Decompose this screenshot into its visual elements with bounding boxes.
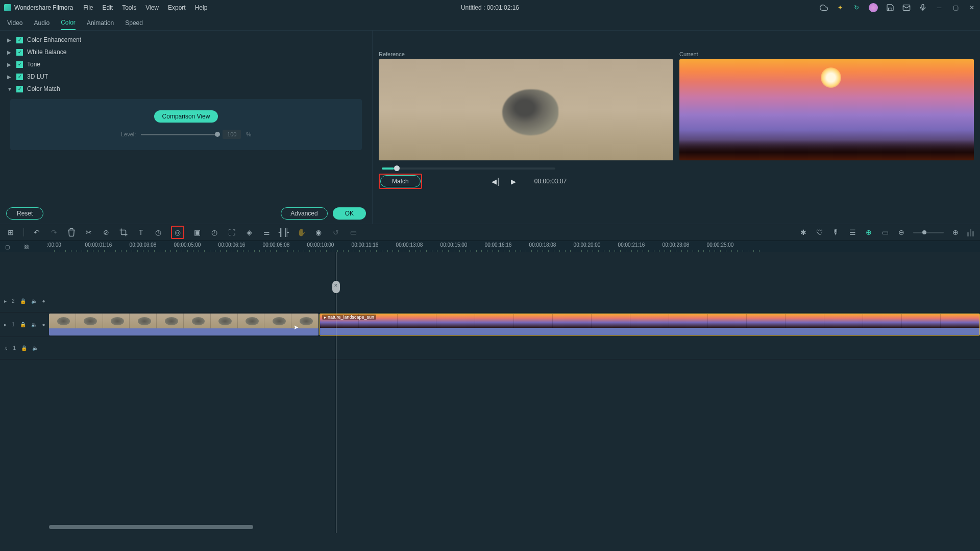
chroma-icon[interactable]: ▣ bbox=[192, 228, 202, 237]
section-tone[interactable]: ▶ ✓ Tone bbox=[0, 58, 372, 70]
speed-icon[interactable]: ◷ bbox=[154, 228, 163, 237]
chevron-right-icon[interactable]: ▶ bbox=[7, 50, 12, 55]
advanced-button[interactable]: Advanced bbox=[281, 207, 327, 220]
checkbox-3dlut[interactable]: ✓ bbox=[16, 74, 23, 80]
menu-help[interactable]: Help bbox=[195, 4, 208, 11]
maximize-icon[interactable]: ▢ bbox=[951, 4, 960, 12]
zoom-in-icon[interactable]: ⊕ bbox=[951, 228, 960, 237]
section-color-enhancement[interactable]: ▶ ✓ Color Enhancement bbox=[0, 34, 372, 46]
checkbox-white-balance[interactable]: ✓ bbox=[16, 49, 23, 56]
match-button[interactable]: Match bbox=[380, 175, 421, 187]
mic-icon[interactable] bbox=[919, 4, 927, 12]
level-slider[interactable] bbox=[141, 134, 217, 135]
close-icon[interactable]: ✕ bbox=[968, 4, 976, 12]
level-value[interactable]: 100 bbox=[223, 130, 241, 139]
text-icon[interactable]: T bbox=[136, 228, 145, 237]
save-icon[interactable] bbox=[886, 4, 894, 12]
clip-landscape[interactable]: nature_landscape_sun bbox=[320, 314, 980, 336]
playhead[interactable] bbox=[336, 252, 336, 533]
comparison-view-button[interactable]: Comparison View bbox=[154, 110, 218, 123]
tab-speed[interactable]: Speed bbox=[125, 16, 143, 30]
color-wheel-icon[interactable]: ⊕ bbox=[864, 228, 873, 237]
audio-track-1[interactable]: ♫ 1 🔒 🔈 bbox=[0, 337, 980, 360]
chevron-right-icon[interactable]: ▶ bbox=[7, 62, 12, 67]
playhead-handle[interactable] bbox=[332, 281, 340, 293]
horizontal-scrollbar[interactable] bbox=[49, 525, 253, 529]
tab-animation[interactable]: Animation bbox=[87, 16, 114, 30]
adjust-icon[interactable]: ⚌ bbox=[262, 228, 271, 237]
play-icon[interactable]: ▶ bbox=[511, 178, 516, 185]
cut-icon[interactable]: ✂ bbox=[84, 228, 93, 237]
track-toggle-icon[interactable]: ▸ bbox=[4, 322, 7, 327]
section-color-match[interactable]: ▼ ✓ Color Match bbox=[0, 83, 372, 95]
video-track-1[interactable]: ▸ 1 🔒 🔈 ● unnamed nature_landscape_sun bbox=[0, 313, 980, 337]
mute-icon[interactable]: 🔈 bbox=[31, 322, 37, 327]
zoom-slider[interactable] bbox=[913, 232, 944, 233]
delete-icon[interactable] bbox=[67, 228, 76, 237]
crop-icon[interactable] bbox=[119, 228, 128, 237]
tab-video[interactable]: Video bbox=[7, 16, 22, 30]
menu-tools[interactable]: Tools bbox=[122, 4, 136, 11]
visibility-icon[interactable]: ● bbox=[42, 322, 45, 327]
refresh-icon[interactable]: ↻ bbox=[852, 4, 861, 12]
checkbox-color-match[interactable]: ✓ bbox=[16, 86, 23, 92]
chevron-right-icon[interactable]: ▶ bbox=[7, 37, 12, 43]
tab-color[interactable]: Color bbox=[61, 16, 76, 30]
video-track-2[interactable]: ▸ 2 🔒 🔈 ● bbox=[0, 290, 980, 313]
menu-view[interactable]: View bbox=[145, 4, 159, 11]
minimize-icon[interactable]: ─ bbox=[935, 4, 943, 12]
section-3dlut[interactable]: ▶ ✓ 3D LUT bbox=[0, 70, 372, 83]
mail-icon[interactable] bbox=[902, 4, 911, 12]
undo-icon[interactable]: ↶ bbox=[32, 228, 41, 237]
reference-scrubber[interactable] bbox=[382, 167, 555, 170]
prev-frame-icon[interactable]: ◀│ bbox=[492, 178, 501, 185]
motion-icon[interactable]: ↺ bbox=[331, 228, 340, 237]
voiceover-icon[interactable]: 🎙 bbox=[831, 228, 841, 237]
audio-meter-icon[interactable] bbox=[967, 228, 974, 236]
tag-icon[interactable]: ◈ bbox=[244, 228, 254, 237]
clip-seal[interactable]: unnamed bbox=[49, 314, 318, 336]
lock-icon[interactable]: 🔒 bbox=[20, 298, 26, 304]
audio-track-icon[interactable]: ♫ bbox=[4, 345, 8, 351]
chevron-down-icon[interactable]: ▼ bbox=[7, 86, 12, 92]
zoom-out-icon[interactable]: ⊖ bbox=[897, 228, 906, 237]
timeline-ruler[interactable]: ▢ ⛓ :00:0000:00:01:1600:00:03:0800:00:05… bbox=[0, 241, 980, 252]
checkbox-tone[interactable]: ✓ bbox=[16, 61, 23, 68]
reset-button[interactable]: Reset bbox=[6, 207, 43, 220]
menu-edit[interactable]: Edit bbox=[103, 4, 113, 11]
shield-icon[interactable]: 🛡 bbox=[815, 228, 824, 237]
mute-icon[interactable]: 🔈 bbox=[32, 345, 38, 351]
prohibit-icon[interactable]: ⊘ bbox=[102, 228, 111, 237]
menu-file[interactable]: File bbox=[83, 4, 93, 11]
cloud-icon[interactable] bbox=[820, 4, 828, 12]
mute-icon[interactable]: 🔈 bbox=[31, 298, 37, 304]
ok-button[interactable]: OK bbox=[333, 207, 366, 220]
expand-icon[interactable]: ⛶ bbox=[227, 228, 236, 237]
menu-export[interactable]: Export bbox=[168, 4, 186, 11]
thumbnails-toggle-icon[interactable]: ▢ bbox=[5, 244, 10, 250]
sparkle-icon[interactable]: ✦ bbox=[836, 4, 844, 12]
link-icon[interactable]: ⛓ bbox=[24, 244, 29, 250]
chevron-right-icon[interactable]: ▶ bbox=[7, 74, 12, 80]
marker-icon[interactable]: ▭ bbox=[880, 228, 890, 237]
redo-icon[interactable]: ↷ bbox=[50, 228, 59, 237]
keyframe-icon[interactable]: ▭ bbox=[349, 228, 358, 237]
lock-icon[interactable]: 🔒 bbox=[20, 322, 26, 327]
render-icon[interactable]: ✱ bbox=[799, 228, 808, 237]
equalizer-icon[interactable]: ╢╟ bbox=[279, 228, 288, 237]
timer-icon[interactable]: ◴ bbox=[210, 228, 219, 237]
grid-icon[interactable]: ⊞ bbox=[6, 228, 15, 237]
track-number: 1 bbox=[13, 345, 16, 351]
section-white-balance[interactable]: ▶ ✓ White Balance bbox=[0, 46, 372, 58]
tab-audio[interactable]: Audio bbox=[34, 16, 50, 30]
ruler-label: 00:00:11:16 bbox=[352, 242, 379, 248]
visibility-icon[interactable]: ● bbox=[42, 298, 45, 304]
user-avatar[interactable] bbox=[869, 3, 878, 12]
track-toggle-icon[interactable]: ▸ bbox=[4, 298, 7, 304]
tracking-icon[interactable]: ◉ bbox=[314, 228, 323, 237]
color-match-tool-icon[interactable]: ◎ bbox=[173, 228, 182, 237]
list-icon[interactable]: ☰ bbox=[848, 228, 857, 237]
checkbox-color-enhancement[interactable]: ✓ bbox=[16, 37, 23, 43]
hand-icon[interactable]: ✋ bbox=[297, 228, 306, 237]
lock-icon[interactable]: 🔒 bbox=[21, 345, 27, 351]
